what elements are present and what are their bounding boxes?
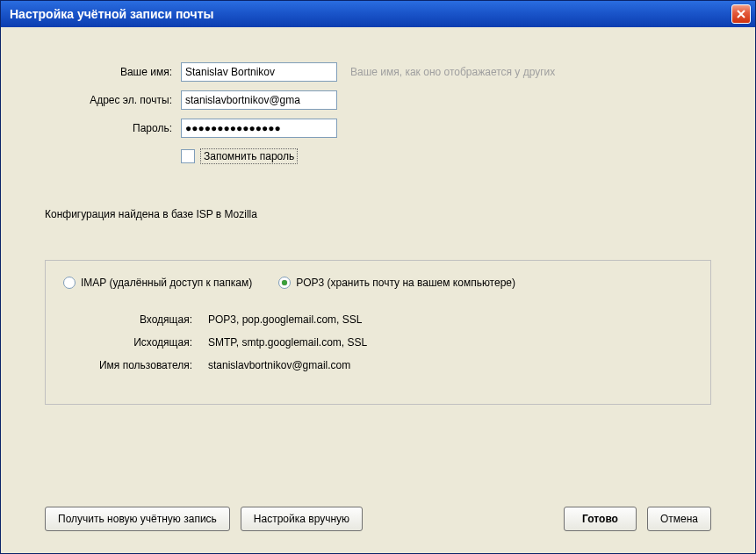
imap-radio [63, 277, 76, 289]
pop3-radio-option[interactable]: POP3 (хранить почту на вашем компьютере) [278, 277, 515, 289]
manual-config-button[interactable]: Настройка вручную [241, 507, 363, 531]
email-label: Адрес эл. почты: [45, 94, 181, 106]
new-account-button[interactable]: Получить новую учётную запись [45, 507, 230, 531]
window-title: Настройка учётной записи почты [10, 7, 214, 21]
incoming-label: Входящая: [63, 313, 208, 326]
incoming-row: Входящая: POP3, pop.googlemail.com, SSL [63, 313, 693, 326]
password-label: Пароль: [45, 122, 181, 134]
outgoing-value: SMTP, smtp.googlemail.com, SSL [208, 336, 367, 349]
remember-checkbox[interactable] [181, 149, 195, 163]
status-message: Конфигурация найдена в базе ISP в Mozill… [45, 208, 711, 220]
password-input[interactable] [181, 119, 337, 138]
username-row: Имя пользователя: stanislavbortnikov@gma… [63, 359, 693, 371]
name-hint: Ваше имя, как оно отображается у других [350, 66, 555, 78]
dialog-window: Настройка учётной записи почты Ваше имя:… [0, 0, 756, 554]
config-panel: IMAP (удалённый доступ к папкам) POP3 (х… [45, 260, 711, 405]
protocol-radio-group: IMAP (удалённый доступ к папкам) POP3 (х… [63, 277, 693, 289]
username-label: Имя пользователя: [63, 359, 208, 371]
close-button[interactable] [731, 4, 751, 24]
titlebar: Настройка учётной записи почты [1, 1, 755, 27]
email-row: Адрес эл. почты: [45, 90, 711, 110]
outgoing-row: Исходящая: SMTP, smtp.googlemail.com, SS… [63, 336, 693, 349]
button-bar: Получить новую учётную запись Настройка … [45, 485, 711, 531]
outgoing-label: Исходящая: [63, 336, 208, 349]
pop3-radio-label: POP3 (хранить почту на вашем компьютере) [296, 277, 515, 289]
imap-radio-label: IMAP (удалённый доступ к папкам) [81, 277, 252, 289]
pop3-radio [278, 277, 291, 289]
name-row: Ваше имя: Ваше имя, как оно отображается… [45, 62, 711, 82]
username-value: stanislavbortnikov@gmail.com [208, 359, 350, 371]
incoming-value: POP3, pop.googlemail.com, SSL [208, 313, 362, 326]
cancel-button[interactable]: Отмена [647, 507, 711, 531]
name-input[interactable] [181, 62, 337, 82]
password-row: Пароль: [45, 119, 711, 138]
done-button[interactable]: Готово [564, 507, 637, 531]
name-label: Ваше имя: [45, 66, 181, 78]
remember-row: Запомнить пароль [181, 148, 711, 164]
dialog-content: Ваше имя: Ваше имя, как оно отображается… [1, 27, 755, 553]
close-icon [736, 9, 746, 19]
remember-label[interactable]: Запомнить пароль [200, 148, 298, 164]
email-input[interactable] [181, 90, 337, 110]
imap-radio-option[interactable]: IMAP (удалённый доступ к папкам) [63, 277, 252, 289]
